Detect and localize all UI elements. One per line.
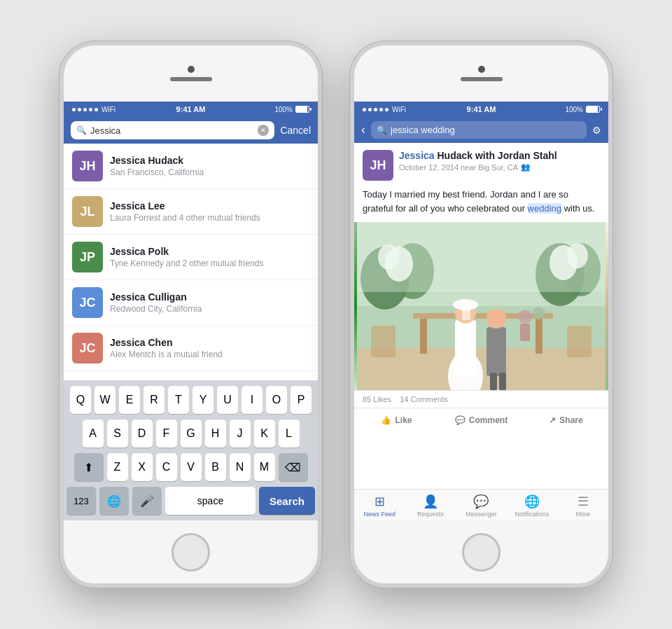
keyboard-row-2: A S D F G H J K L (66, 420, 315, 448)
key-t[interactable]: T (168, 386, 189, 414)
key-z[interactable]: Z (107, 453, 128, 481)
tab-more[interactable]: ☰ More (557, 490, 608, 520)
key-q[interactable]: Q (70, 386, 91, 414)
keyboard-row-4: 123 🌐 🎤 space Search (66, 487, 315, 515)
key-j[interactable]: J (230, 420, 251, 448)
bottom-bezel-2 (354, 520, 608, 583)
results-search-container[interactable]: 🔍 jessica wedding (371, 121, 587, 139)
comment-label: Comment (469, 415, 507, 425)
suggestion-item-1[interactable]: 🔍 jessica wedding (64, 371, 318, 380)
post-header: JH Jessica Hudack with Jordan Stahl Octo… (354, 143, 608, 188)
results-navbar: ‹ 🔍 jessica wedding ⚙ (354, 117, 608, 143)
comment-button[interactable]: 💬 Comment (439, 410, 524, 431)
svg-rect-28 (357, 222, 606, 292)
requests-icon: 👤 (423, 494, 438, 509)
keyboard-row-1: Q W E R T Y U I O P (66, 386, 315, 414)
tab-newsfeed[interactable]: ⊞ News Feed (354, 490, 405, 520)
key-a[interactable]: A (83, 420, 104, 448)
likes-count: 85 Likes (363, 395, 391, 403)
key-backspace[interactable]: ⌫ (279, 453, 308, 481)
clear-button[interactable]: ✕ (258, 125, 269, 136)
result-item-3[interactable]: JP Jessica Polk Tyne Kennedy and 2 other… (64, 235, 318, 280)
key-h[interactable]: H (205, 420, 226, 448)
key-u[interactable]: U (217, 386, 238, 414)
svg-rect-15 (455, 320, 476, 376)
result-item-4[interactable]: JC Jessica Culligan Redwood City, Califo… (64, 280, 318, 326)
result-item-2[interactable]: JL Jessica Lee Laura Forrest and 4 other… (64, 189, 318, 235)
key-k[interactable]: K (254, 420, 275, 448)
avatar-placeholder-4: JC (72, 287, 103, 318)
key-r[interactable]: R (144, 386, 164, 414)
key-shift[interactable]: ⬆ (74, 453, 104, 481)
key-v[interactable]: V (181, 453, 202, 481)
result-item-5[interactable]: JC Jessica Chen Alex Mentch is a mutual … (64, 326, 318, 371)
battery-fill-2 (587, 106, 598, 112)
tab-messenger[interactable]: 💬 Messenger (456, 490, 507, 520)
result-sub-4: Redwood City, California (110, 304, 309, 314)
key-g[interactable]: G (181, 420, 202, 448)
comments-count: 14 Comments (400, 395, 447, 403)
post-author-rest: Hudack with Jordan Stahl (435, 150, 557, 161)
like-button[interactable]: 👍 Like (354, 410, 439, 431)
avatar-5: JC (72, 333, 103, 364)
more-label: More (575, 511, 590, 518)
post-highlight: wedding (528, 203, 561, 214)
home-button-2[interactable] (462, 533, 500, 572)
key-w[interactable]: W (94, 386, 115, 414)
wedding-svg (354, 222, 608, 390)
signal-dot-1 (72, 108, 76, 111)
key-c[interactable]: C (156, 453, 177, 481)
key-space[interactable]: space (165, 487, 255, 515)
key-y[interactable]: Y (192, 386, 214, 414)
key-e[interactable]: E (119, 386, 140, 414)
search-input[interactable]: Jessica (90, 125, 254, 136)
result-sub-3: Tyne Kennedy and 2 other mutual friends (110, 258, 309, 268)
share-icon: ↗ (549, 415, 556, 425)
key-n[interactable]: N (230, 453, 251, 481)
post-date-text: October 12, 2014 near Big Sur, CA (399, 163, 518, 172)
tab-notifications[interactable]: 🌐 Notifications (507, 490, 558, 520)
wifi-icon-1: WiFi (102, 106, 115, 113)
filter-icon[interactable]: ⚙ (592, 125, 601, 136)
search-input-container[interactable]: 🔍 Jessica ✕ (71, 121, 274, 139)
cancel-button[interactable]: Cancel (280, 125, 311, 136)
post-image (354, 222, 608, 390)
results-search-input[interactable]: jessica wedding (391, 125, 581, 135)
battery-fill-1 (296, 106, 307, 112)
key-p[interactable]: P (290, 386, 312, 414)
svg-rect-17 (486, 327, 506, 376)
svg-rect-18 (490, 373, 497, 390)
phone-search: WiFi 9:41 AM 100% 🔍 Jessica ✕ Cancel (59, 41, 322, 588)
post-avatar-image: JH (363, 150, 393, 181)
result-item-1[interactable]: JH Jessica Hudack San Francisco, Califor… (64, 144, 318, 189)
key-i[interactable]: I (241, 386, 262, 414)
svg-rect-13 (536, 319, 542, 354)
phone-results: WiFi 9:41 AM 100% ‹ 🔍 jessica wedding ⚙ (350, 41, 612, 588)
result-name-3: Jessica Polk (110, 246, 309, 257)
avatar-placeholder-2: JL (72, 196, 103, 227)
battery-area-2: 100% (565, 106, 600, 113)
key-b[interactable]: B (205, 453, 226, 481)
home-button-1[interactable] (172, 533, 210, 572)
key-o[interactable]: O (266, 386, 287, 414)
back-button[interactable]: ‹ (361, 123, 365, 137)
key-l[interactable]: L (279, 420, 300, 448)
post-actions-bar: 85 Likes 14 Comments (354, 390, 608, 408)
key-s[interactable]: S (107, 420, 128, 448)
svg-point-20 (486, 309, 506, 329)
key-num[interactable]: 123 (66, 487, 96, 515)
key-globe[interactable]: 🌐 (99, 487, 129, 515)
newsfeed-icon: ⊞ (374, 494, 385, 509)
key-m[interactable]: M (254, 453, 275, 481)
svg-rect-23 (371, 326, 396, 357)
key-mic[interactable]: 🎤 (132, 487, 162, 515)
share-button[interactable]: ↗ Share (524, 410, 608, 431)
status-time-2: 9:41 AM (467, 105, 496, 113)
key-d[interactable]: D (132, 420, 153, 448)
tab-requests[interactable]: 👤 Requests (405, 490, 456, 520)
search-button[interactable]: Search (259, 487, 315, 515)
status-bar-2: WiFi 9:41 AM 100% (354, 102, 608, 117)
key-f[interactable]: F (156, 420, 177, 448)
key-x[interactable]: X (132, 453, 153, 481)
wifi-icon-2: WiFi (392, 106, 406, 113)
